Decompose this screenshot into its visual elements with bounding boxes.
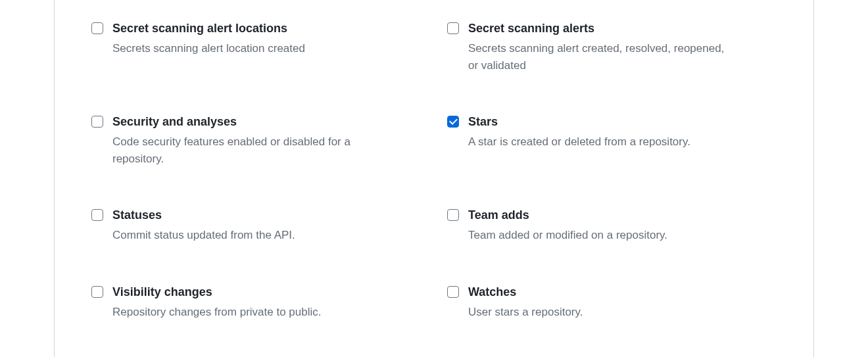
event-text: Statuses Commit status updated from the … [112, 206, 295, 244]
event-description: Repository changes from private to publi… [112, 304, 322, 321]
event-statuses: Statuses Commit status updated from the … [91, 206, 421, 244]
event-text: Stars A star is created or deleted from … [468, 113, 690, 151]
checkbox-statuses[interactable] [91, 209, 103, 221]
checkbox-secret-scanning-alerts[interactable] [447, 22, 459, 34]
event-label: Team adds [468, 206, 667, 224]
event-stars: Stars A star is created or deleted from … [447, 113, 777, 167]
event-label: Secret scanning alerts [468, 20, 731, 37]
checkbox-watches[interactable] [447, 286, 459, 298]
event-visibility-changes: Visibility changes Repository changes fr… [91, 283, 421, 321]
event-text: Secret scanning alerts Secrets scanning … [468, 20, 731, 74]
events-grid: Secret scanning alert locations Secrets … [91, 20, 777, 320]
event-label: Security and analyses [112, 113, 375, 131]
checkbox-secret-scanning-alert-locations[interactable] [91, 22, 103, 34]
event-description: Code security features enabled or disabl… [112, 133, 375, 167]
events-panel: Secret scanning alert locations Secrets … [54, 0, 814, 357]
event-description: Team added or modified on a repository. [468, 227, 667, 244]
event-secret-scanning-alerts: Secret scanning alerts Secrets scanning … [447, 20, 777, 74]
checkbox-team-adds[interactable] [447, 209, 459, 221]
event-text: Visibility changes Repository changes fr… [112, 283, 322, 321]
event-description: Secrets scanning alert location created [112, 40, 305, 57]
event-description: Secrets scanning alert created, resolved… [468, 40, 731, 74]
event-label: Watches [468, 283, 583, 301]
event-label: Visibility changes [112, 283, 322, 301]
event-text: Secret scanning alert locations Secrets … [112, 20, 305, 57]
checkbox-stars[interactable] [447, 116, 459, 128]
checkbox-visibility-changes[interactable] [91, 286, 103, 298]
event-text: Watches User stars a repository. [468, 283, 583, 321]
event-secret-scanning-alert-locations: Secret scanning alert locations Secrets … [91, 20, 421, 74]
event-description: User stars a repository. [468, 304, 583, 321]
event-security-and-analyses: Security and analyses Code security feat… [91, 113, 421, 167]
event-description: Commit status updated from the API. [112, 227, 295, 244]
event-label: Stars [468, 113, 690, 131]
event-team-adds: Team adds Team added or modified on a re… [447, 206, 777, 244]
event-label: Statuses [112, 206, 295, 224]
checkbox-security-and-analyses[interactable] [91, 116, 103, 128]
event-watches: Watches User stars a repository. [447, 283, 777, 321]
event-text: Team adds Team added or modified on a re… [468, 206, 667, 244]
event-label: Secret scanning alert locations [112, 20, 305, 37]
event-description: A star is created or deleted from a repo… [468, 133, 690, 151]
event-text: Security and analyses Code security feat… [112, 113, 375, 167]
